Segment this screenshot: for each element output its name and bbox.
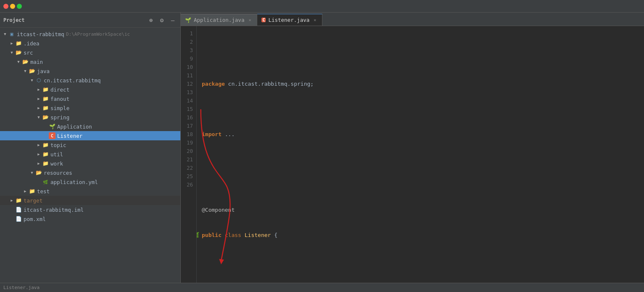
- tree-item-spring[interactable]: ▼ 📂 spring: [0, 113, 180, 122]
- tab-application-java[interactable]: 🌱 Application.java ✕: [181, 14, 257, 26]
- folder-open-icon: 📂: [22, 58, 29, 65]
- line-num-15: 15: [182, 105, 193, 113]
- tree-label-test: test: [37, 188, 50, 195]
- code-line-14: ⊞ @RabbitListener(bindings = @QueueBindi…: [202, 281, 639, 283]
- tab-close-application[interactable]: ✕: [247, 17, 253, 23]
- tree-item-test[interactable]: ▶ 📁 test: [0, 187, 180, 196]
- tree-item-simple[interactable]: ▶ 📁 simple: [0, 103, 180, 113]
- maximize-button[interactable]: [17, 4, 22, 9]
- tree-item-src[interactable]: ▼ 📂 src: [0, 48, 180, 57]
- folder-icon: 📁: [15, 197, 22, 204]
- tree-item-main[interactable]: ▼ 📂 main: [0, 57, 180, 66]
- code-line-1: package cn.itcast.rabbitmq.spring;: [202, 80, 639, 88]
- tree-label-pom: pom.xml: [24, 216, 46, 222]
- close-button[interactable]: [3, 4, 8, 9]
- tree-item-pom[interactable]: ▶ 📄 pom.xml: [0, 214, 180, 224]
- line-num-20: 20: [182, 147, 193, 155]
- tree-label-resources: resources: [44, 170, 72, 176]
- tree-label-application: Application: [57, 124, 92, 130]
- tree-item-direct[interactable]: ▶ 📁 direct: [0, 85, 180, 94]
- code-content[interactable]: package cn.itcast.rabbitmq.spring; ⊕ imp…: [197, 26, 644, 283]
- line-num-26: 26: [182, 181, 193, 189]
- yaml-icon: 🌿: [42, 179, 49, 185]
- collapse-icon[interactable]: —: [169, 16, 177, 24]
- tree-label-util: util: [50, 151, 63, 158]
- tree-item-topic[interactable]: ▶ 📁 topic: [0, 140, 180, 150]
- package-icon: ⬡: [35, 77, 42, 84]
- code-line-12: 🌿 public class Listener {: [202, 231, 639, 239]
- tree-label-spring: spring: [50, 114, 69, 121]
- arrow-icon: ▶: [8, 40, 15, 47]
- code-editor[interactable]: 1 2 3 9 10 11 12 13 14 15 16 17 18 19 20…: [181, 26, 644, 283]
- arrow-icon: ▶: [8, 197, 15, 204]
- arrow-icon: ▼: [8, 49, 15, 56]
- spring-tab-icon: 🌱: [185, 17, 191, 23]
- tree-item-util[interactable]: ▶ 📁 util: [0, 150, 180, 159]
- line-num-18: 18: [182, 130, 193, 139]
- tree-label-java: java: [37, 68, 50, 74]
- spring-class-icon: 🌱: [49, 123, 55, 130]
- folder-open-icon: 📂: [29, 68, 35, 74]
- folder-icon: 📁: [15, 40, 22, 47]
- sidebar: Project ⊕ ⚙ — ▼ ▣ itcast-rabbitmq D:\APr…: [0, 13, 181, 283]
- line-num-21: 21: [182, 155, 193, 164]
- tree-label-package: cn.itcast.rabbitmq: [44, 77, 100, 84]
- tree-item-target[interactable]: ▶ 📁 target: [0, 196, 180, 205]
- settings-icon[interactable]: ⚙: [158, 16, 166, 24]
- line-num-9: 9: [182, 55, 193, 63]
- tab-listener-java[interactable]: C Listener.java ✕: [257, 14, 322, 26]
- tree-label-listener: Listener: [57, 133, 82, 139]
- arrow-icon: ▼: [29, 169, 35, 176]
- arrow-icon: ▶: [22, 188, 29, 195]
- tree-item-application[interactable]: ▶ 🌱 Application: [0, 122, 180, 131]
- tree-label-target: target: [24, 197, 42, 204]
- line-num-14: 14: [182, 97, 193, 105]
- tab-close-listener[interactable]: ✕: [312, 17, 318, 23]
- line-num-11: 11: [182, 71, 193, 80]
- arrow-icon: ▶: [35, 86, 42, 93]
- folder-icon: 📁: [42, 95, 49, 102]
- folder-icon: 📁: [42, 151, 49, 158]
- tree-item-listener[interactable]: ▶ C Listener: [0, 131, 180, 140]
- add-icon[interactable]: ⊕: [147, 16, 155, 24]
- annotation-arrow: [197, 26, 644, 283]
- main-layout: Project ⊕ ⚙ — ▼ ▣ itcast-rabbitmq D:\APr…: [0, 13, 644, 283]
- tree-item-fanout[interactable]: ▶ 📁 fanout: [0, 94, 180, 103]
- folder-open-icon: 📂: [35, 169, 42, 176]
- tree-item-resources[interactable]: ▼ 📂 resources: [0, 168, 180, 177]
- window-controls: [3, 4, 22, 9]
- line-num-10: 10: [182, 63, 193, 71]
- tree-item-appyml[interactable]: ▶ 🌿 application.yml: [0, 177, 180, 187]
- tree-label-direct: direct: [50, 87, 69, 93]
- tree-item-root[interactable]: ▼ ▣ itcast-rabbitmq D:\AProgramWorkSpace…: [0, 29, 180, 39]
- arrow-icon: ▼: [35, 114, 42, 121]
- line-num-12: 12: [182, 80, 193, 88]
- tree-label-main: main: [30, 59, 43, 65]
- minimize-button[interactable]: [10, 4, 15, 9]
- folder-icon: 📁: [42, 86, 49, 93]
- tree-item-work[interactable]: ▶ 📁 work: [0, 159, 180, 168]
- editor-area: 🌱 Application.java ✕ C Listener.java ✕ 1…: [181, 13, 644, 283]
- line-num-25: 25: [182, 172, 193, 181]
- arrow-icon: ▼: [15, 58, 22, 65]
- folder-icon: 📁: [42, 142, 49, 148]
- code-line-10: [202, 181, 639, 189]
- sidebar-actions: ⊕ ⚙ —: [147, 16, 177, 24]
- tree-label-topic: topic: [50, 142, 66, 148]
- title-bar: [0, 0, 644, 13]
- arrow-icon: ▶: [35, 151, 42, 158]
- arrow-icon: ▶: [35, 105, 42, 111]
- tree-item-iml[interactable]: ▶ 📄 itcast-rabbitmq.iml: [0, 205, 180, 214]
- code-line-11: @Component: [202, 206, 639, 214]
- code-line-9: [202, 155, 639, 164]
- line-num-1: 1: [182, 29, 193, 38]
- tree-label-root: itcast-rabbitmq: [17, 31, 64, 37]
- tree-item-package[interactable]: ▼ ⬡ cn.itcast.rabbitmq: [0, 76, 180, 85]
- tab-label-listener: Listener.java: [268, 17, 309, 23]
- tree-item-java[interactable]: ▼ 📂 java: [0, 66, 180, 76]
- project-icon: ▣: [8, 31, 15, 37]
- line-numbers: 1 2 3 9 10 11 12 13 14 15 16 17 18 19 20…: [181, 26, 197, 283]
- tree-label-iml: itcast-rabbitmq.iml: [24, 207, 84, 213]
- line-num-3: 3: [182, 46, 193, 55]
- tree-item-idea[interactable]: ▶ 📁 .idea: [0, 39, 180, 48]
